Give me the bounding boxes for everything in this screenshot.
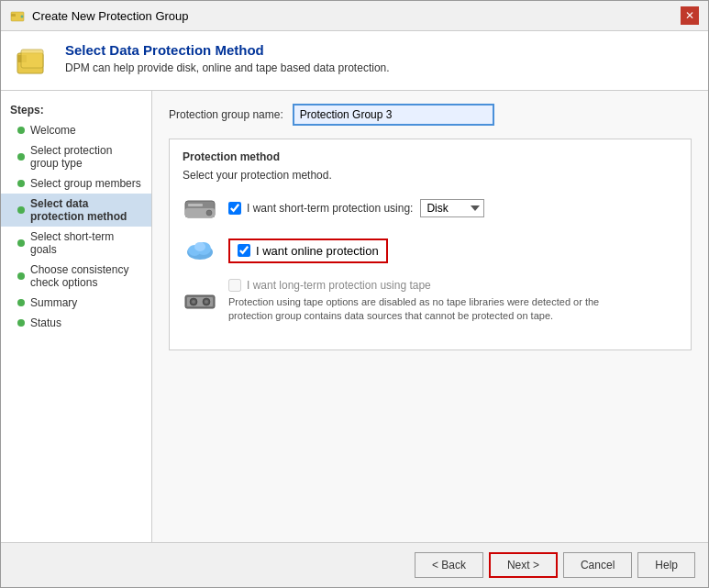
online-protection-checkbox[interactable] (238, 244, 250, 257)
window-icon (10, 8, 25, 23)
tape-protection-option: I want long-term protection using tape P… (183, 279, 678, 324)
header-content: Select Data Protection Method DPM can he… (65, 42, 390, 74)
tape-protection-label: I want long-term protection using tape (247, 279, 431, 292)
protection-group-name-group: Protection group name: (169, 104, 692, 126)
back-button[interactable]: < Back (415, 552, 483, 578)
sidebar-item-label: Select group members (30, 177, 141, 190)
protection-method-title: Protection method (183, 150, 678, 163)
step-dot-data-protection (17, 206, 25, 214)
protection-method-subtitle: Select your protection method. (183, 169, 678, 182)
dialog-window: Create New Protection Group ✕ Select Dat… (0, 0, 709, 588)
title-bar: Create New Protection Group ✕ (1, 1, 708, 31)
disk-type-select[interactable]: Disk Tape (420, 199, 484, 217)
sidebar-item-label: Select protection group type (30, 144, 142, 170)
protection-method-box: Protection method Select your protection… (169, 139, 692, 350)
sidebar-item-label: Select data protection method (30, 197, 142, 223)
sidebar-item-select-group-members[interactable]: Select group members (1, 173, 151, 194)
short-term-option-content: I want short-term protection using: Disk… (228, 199, 484, 217)
sidebar-item-label: Select short-term goals (30, 230, 142, 256)
cloud-icon (183, 238, 216, 263)
svg-point-18 (192, 300, 195, 304)
step-dot-group-members (17, 180, 25, 187)
tape-note: Protection using tape options are disabl… (228, 295, 614, 324)
short-term-protection-option: I want short-term protection using: Disk… (183, 194, 678, 222)
close-button[interactable]: ✕ (681, 6, 699, 25)
cloud-icon-container (183, 237, 217, 264)
main-area: Steps: Welcome Select protection group t… (1, 91, 708, 542)
sidebar-item-summary[interactable]: Summary (1, 293, 151, 313)
sidebar-item-status[interactable]: Status (1, 313, 151, 333)
svg-rect-5 (21, 50, 43, 68)
sidebar-item-label: Summary (30, 296, 77, 309)
tape-icon (183, 288, 216, 314)
window-title: Create New Protection Group (32, 9, 189, 23)
sidebar-item-label: Choose consistency check options (30, 263, 142, 289)
svg-point-2 (21, 16, 24, 18)
protection-group-name-input[interactable] (293, 104, 494, 126)
sidebar-item-label: Status (30, 316, 61, 329)
step-dot-consistency (17, 272, 25, 280)
sidebar: Steps: Welcome Select protection group t… (1, 91, 152, 542)
protection-group-name-label: Protection group name: (169, 108, 283, 121)
sidebar-item-label: Welcome (30, 124, 76, 137)
svg-point-8 (206, 210, 212, 216)
svg-rect-9 (188, 204, 203, 206)
online-protection-label: I want online protection (256, 244, 379, 258)
footer: < Back Next > Cancel Help (1, 542, 708, 587)
short-term-checkbox[interactable] (228, 202, 241, 215)
header-icon (16, 42, 52, 79)
step-dot-short-term-goals (17, 239, 25, 247)
sidebar-item-select-data-protection-method[interactable]: Select data protection method (1, 194, 151, 227)
header-section: Select Data Protection Method DPM can he… (1, 31, 708, 91)
disk-icon (183, 195, 216, 221)
step-dot-welcome (17, 127, 25, 134)
sidebar-item-choose-consistency-check-options[interactable]: Choose consistency check options (1, 260, 151, 293)
title-bar-left: Create New Protection Group (10, 8, 189, 23)
short-term-checkbox-label: I want short-term protection using: (228, 202, 413, 215)
cancel-button[interactable]: Cancel (563, 552, 632, 578)
header-title: Select Data Protection Method (65, 42, 390, 58)
next-button[interactable]: Next > (489, 552, 558, 578)
sidebar-steps-label: Steps: (1, 100, 151, 120)
sidebar-item-select-protection-group-type[interactable]: Select protection group type (1, 140, 151, 173)
step-dot-status (17, 319, 25, 327)
tape-protection-checkbox[interactable] (228, 279, 241, 292)
short-term-label: I want short-term protection using: (247, 202, 413, 215)
svg-rect-1 (11, 14, 16, 17)
svg-point-13 (194, 242, 205, 251)
disk-icon-container (183, 194, 217, 222)
tape-inner: I want long-term protection using tape P… (228, 279, 614, 324)
header-subtitle: DPM can help provide disk, online and ta… (65, 61, 390, 74)
tape-icon-container (183, 287, 217, 315)
tape-checkbox-label: I want long-term protection using tape (228, 279, 614, 292)
svg-point-19 (205, 300, 208, 304)
online-option-content: I want online protection (228, 239, 388, 263)
sidebar-item-select-short-term-goals[interactable]: Select short-term goals (1, 227, 151, 260)
help-button[interactable]: Help (637, 552, 695, 578)
step-dot-summary (17, 299, 25, 306)
step-dot-protection-type (17, 153, 25, 161)
sidebar-item-welcome[interactable]: Welcome (1, 120, 151, 140)
content-area: Protection group name: Protection method… (152, 91, 708, 542)
online-protection-option: I want online protection (183, 237, 678, 264)
online-protection-wrapper: I want online protection (228, 239, 388, 263)
